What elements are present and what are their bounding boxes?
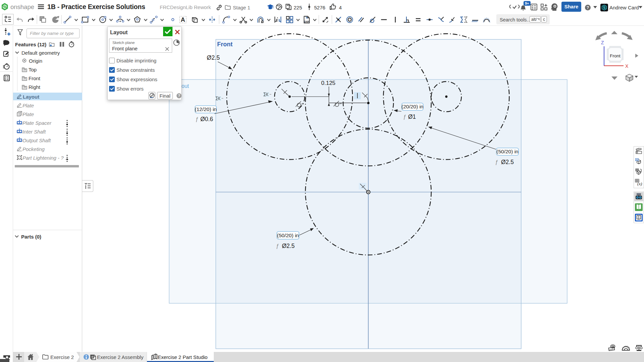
svg-text:(12/20) in: (12/20) in <box>195 106 216 112</box>
svg-text:ƒ: ƒ <box>495 159 498 165</box>
svg-text:ƒ: ƒ <box>195 116 198 122</box>
svg-text:alt/: alt/ <box>531 17 537 22</box>
svg-text:(20/20) in: (20/20) in <box>401 104 423 109</box>
svg-text:c: c <box>543 17 545 22</box>
svg-text:0.125: 0.125 <box>321 80 336 86</box>
svg-text:Ø2.5: Ø2.5 <box>207 54 220 61</box>
svg-text:ƒ: ƒ <box>403 114 406 120</box>
svg-text:onshape: onshape <box>10 3 34 10</box>
svg-text:(x): (x) <box>637 181 642 186</box>
svg-text:Front: Front <box>610 53 621 58</box>
svg-text:Ø1: Ø1 <box>408 113 416 120</box>
svg-text:Z: Z <box>601 40 604 45</box>
svg-text:(50/20) in: (50/20) in <box>496 149 518 154</box>
svg-text:X: X <box>625 63 629 69</box>
svg-text:Search tools…: Search tools… <box>500 17 532 22</box>
svg-text:DXF: DXF <box>304 20 309 23</box>
svg-text:A: A <box>181 16 185 23</box>
svg-text:Front: Front <box>217 41 233 48</box>
svg-text:Ø2.5: Ø2.5 <box>501 159 514 165</box>
svg-text:(50/20) in: (50/20) in <box>277 232 299 238</box>
svg-text:Ø0.6: Ø0.6 <box>200 116 213 122</box>
svg-text:ƒ: ƒ <box>276 243 279 249</box>
svg-text:Ø2.5: Ø2.5 <box>282 243 295 249</box>
